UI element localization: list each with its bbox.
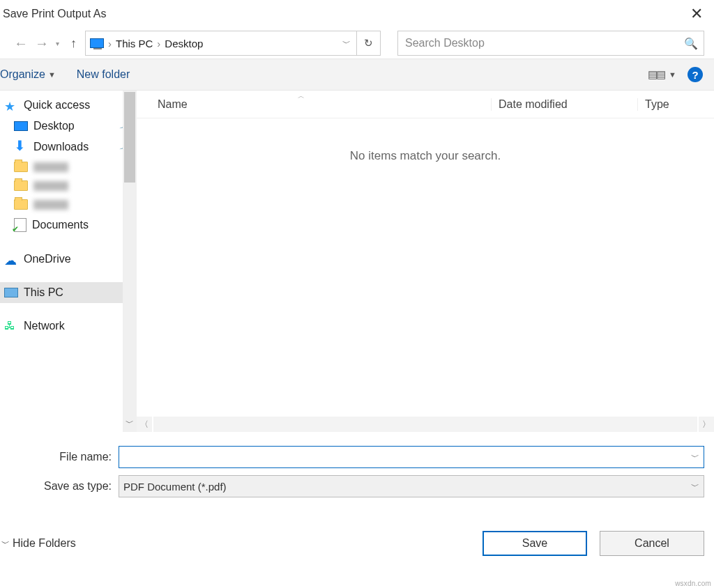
sidebar-item-this-pc[interactable]: This PC <box>0 282 137 303</box>
scroll-down-icon[interactable]: ﹀ <box>126 415 134 432</box>
filename-label: File name: <box>28 451 119 463</box>
sidebar: ★ Quick access Desktop 📌 ⬇ Downloads 📌 D <box>0 91 137 432</box>
address-bar[interactable]: › This PC › Desktop ﹀ ↻ <box>85 31 381 56</box>
sidebar-item-label: This PC <box>24 286 63 299</box>
forward-icon[interactable]: → <box>35 36 49 52</box>
file-list-area: ︿ Name Date modified Type No items match… <box>137 91 714 432</box>
documents-icon <box>14 218 26 232</box>
thispc-icon <box>4 288 18 297</box>
new-folder-button[interactable]: New folder <box>77 68 130 81</box>
chevron-down-icon: ▼ <box>669 70 676 79</box>
star-icon: ★ <box>4 99 18 111</box>
hide-folders-button[interactable]: ﹀ Hide Folders <box>1 537 76 550</box>
column-header-name[interactable]: ︿ Name <box>158 98 491 111</box>
organize-label: Organize <box>0 68 45 81</box>
folder-icon <box>14 199 28 210</box>
nav-bar: ← → ▾ ↑ › This PC › Desktop ﹀ ↻ 🔍 <box>0 28 714 59</box>
sidebar-item-onedrive[interactable]: ☁ OneDrive <box>0 249 137 270</box>
filename-field[interactable]: ﹀ <box>119 446 704 468</box>
scrollbar-track[interactable] <box>153 417 697 432</box>
save-as-type-value: PDF Document (*.pdf) <box>123 481 687 493</box>
sidebar-item-label: Network <box>24 320 65 332</box>
sidebar-item-downloads[interactable]: ⬇ Downloads 📌 <box>0 137 137 157</box>
chevron-down-icon: ▼ <box>48 70 56 79</box>
column-header-date[interactable]: Date modified <box>491 98 637 111</box>
list-view-icon: ▤▤ <box>648 68 664 81</box>
window-title: Save Print Output As <box>3 8 107 20</box>
sidebar-item-label: Downloads <box>33 141 89 153</box>
watermark: wsxdn.com <box>675 580 711 587</box>
help-icon[interactable]: ? <box>688 67 703 82</box>
sidebar-item-folder[interactable] <box>0 157 137 176</box>
folder-icon <box>14 162 28 172</box>
sidebar-item-label <box>33 181 68 191</box>
horizontal-scrollbar[interactable]: 〈 〉 <box>137 417 714 432</box>
sidebar-item-label: Quick access <box>24 99 90 111</box>
refresh-icon[interactable]: ↻ <box>356 31 380 55</box>
nav-arrows: ← → ▾ ↑ <box>14 36 78 52</box>
column-headers: ︿ Name Date modified Type <box>137 91 714 118</box>
organize-button[interactable]: Organize ▼ <box>0 68 56 81</box>
desktop-icon <box>14 121 28 131</box>
history-dropdown-icon[interactable]: ▾ <box>56 40 59 47</box>
onedrive-icon: ☁ <box>4 253 18 265</box>
breadcrumb-leaf[interactable]: Desktop <box>165 38 203 49</box>
filename-input[interactable] <box>123 451 687 464</box>
view-options-button[interactable]: ▤▤ ▼ <box>648 68 676 81</box>
sidebar-item-network[interactable]: 🖧 Network <box>0 316 137 336</box>
address-dropdown-icon[interactable]: ﹀ <box>337 38 356 49</box>
sidebar-item-documents[interactable]: Documents <box>0 214 137 236</box>
sidebar-item-label: OneDrive <box>24 253 71 265</box>
sidebar-item-label <box>33 200 68 210</box>
empty-message: No items match your search. <box>137 149 714 163</box>
save-button[interactable]: Save <box>483 531 587 556</box>
downloads-icon: ⬇ <box>14 141 28 153</box>
chevron-down-icon[interactable]: ﹀ <box>687 451 699 463</box>
back-icon[interactable]: ← <box>14 36 28 52</box>
chevron-right-icon[interactable]: › <box>155 38 162 49</box>
sidebar-item-desktop[interactable]: Desktop 📌 <box>0 116 137 137</box>
scroll-left-icon[interactable]: 〈 <box>137 417 152 432</box>
footer: ﹀ Hide Folders Save Cancel <box>0 511 714 556</box>
search-icon[interactable]: 🔍 <box>684 37 698 50</box>
chevron-down-icon[interactable]: ﹀ <box>687 481 699 493</box>
chevron-right-icon[interactable]: › <box>107 38 113 49</box>
search-input[interactable] <box>404 36 684 50</box>
title-bar: Save Print Output As ✕ <box>0 0 714 28</box>
folder-icon <box>14 180 28 191</box>
save-as-type-label: Save as type: <box>28 480 119 493</box>
breadcrumb-root[interactable]: This PC <box>116 38 153 49</box>
form-area: File name: ﹀ Save as type: PDF Document … <box>0 432 714 511</box>
scrollbar-thumb[interactable] <box>124 92 135 183</box>
sidebar-item-label: Documents <box>32 219 89 231</box>
sidebar-item-label: Desktop <box>33 120 75 132</box>
body-content: ★ Quick access Desktop 📌 ⬇ Downloads 📌 D <box>0 91 714 432</box>
sort-indicator-icon: ︿ <box>298 91 305 101</box>
search-box[interactable]: 🔍 <box>397 31 704 56</box>
sidebar-item-quick-access[interactable]: ★ Quick access <box>0 95 137 116</box>
save-as-type-select[interactable]: PDF Document (*.pdf) ﹀ <box>119 475 704 497</box>
scroll-right-icon[interactable]: 〉 <box>699 417 714 432</box>
sidebar-scrollbar[interactable]: ﹀ <box>123 91 137 432</box>
up-icon[interactable]: ↑ <box>70 36 77 51</box>
column-header-type[interactable]: Type <box>637 98 714 111</box>
cancel-button[interactable]: Cancel <box>600 531 704 556</box>
chevron-icon: ﹀ <box>1 538 10 550</box>
sidebar-item-folder[interactable] <box>0 176 137 195</box>
toolbar: Organize ▼ New folder ▤▤ ▼ ? <box>0 59 714 91</box>
network-icon: 🖧 <box>4 320 18 332</box>
sidebar-item-folder[interactable] <box>0 195 137 214</box>
sidebar-item-label <box>33 162 68 172</box>
close-icon[interactable]: ✕ <box>683 5 710 23</box>
thispc-icon <box>90 38 104 48</box>
